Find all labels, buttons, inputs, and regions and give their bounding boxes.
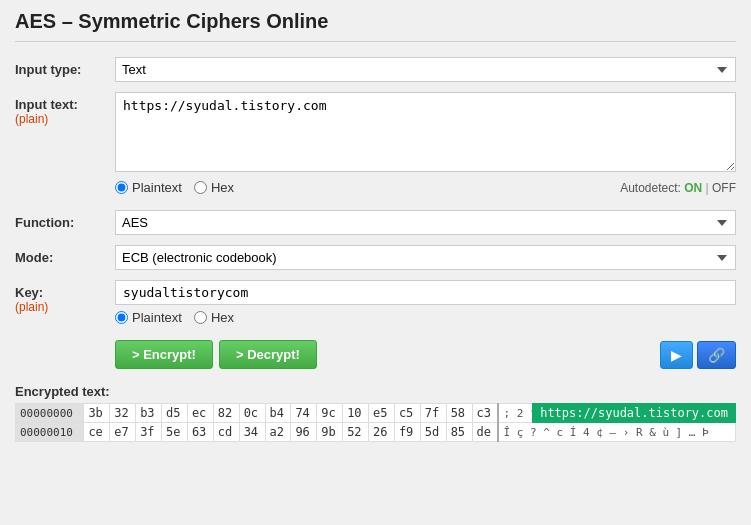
hex-byte: e7 bbox=[110, 423, 136, 442]
hex-byte: 9b bbox=[317, 423, 343, 442]
hex-byte: 3f bbox=[136, 423, 162, 442]
autodetect-on[interactable]: ON bbox=[684, 181, 702, 195]
key-input[interactable]: syudaltistorycom bbox=[115, 280, 736, 305]
key-plaintext-radio[interactable] bbox=[115, 311, 128, 324]
hex-byte: 63 bbox=[187, 423, 213, 442]
hex-byte: d5 bbox=[162, 404, 188, 423]
hex-byte: f9 bbox=[394, 423, 420, 442]
autodetect-info: Autodetect: ON | OFF bbox=[620, 181, 736, 195]
key-hex-radio[interactable] bbox=[194, 311, 207, 324]
hex-byte: 7f bbox=[420, 404, 446, 423]
hex-byte: 10 bbox=[343, 404, 369, 423]
decrypt-button[interactable]: > Decrypt! bbox=[219, 340, 317, 369]
encrypted-label: Encrypted text: bbox=[15, 384, 736, 399]
overlay-url: https://syudal.tistory.com bbox=[532, 403, 736, 423]
hex-byte: 0c bbox=[239, 404, 265, 423]
hex-radio-label[interactable]: Hex bbox=[194, 180, 234, 195]
autodetect-off[interactable]: OFF bbox=[712, 181, 736, 195]
hex-byte: 26 bbox=[369, 423, 395, 442]
hex-byte: cd bbox=[213, 423, 239, 442]
hex-byte: 85 bbox=[446, 423, 472, 442]
hex-byte: de bbox=[472, 423, 498, 442]
hex-byte: 96 bbox=[291, 423, 317, 442]
function-select[interactable]: AESDES3DESBlowfish bbox=[115, 210, 736, 235]
key-sublabel: (plain) bbox=[15, 300, 115, 314]
hex-radio[interactable] bbox=[194, 181, 207, 194]
input-text-label: Input text: (plain) bbox=[15, 92, 115, 126]
hex-address: 00000010 bbox=[16, 423, 84, 442]
play-button[interactable]: ▶ bbox=[660, 341, 693, 369]
hex-byte: 82 bbox=[213, 404, 239, 423]
plaintext-radio-label[interactable]: Plaintext bbox=[115, 180, 182, 195]
hex-byte: 5d bbox=[420, 423, 446, 442]
mode-label: Mode: bbox=[15, 245, 115, 265]
hex-byte: ce bbox=[84, 423, 110, 442]
hex-byte: b4 bbox=[265, 404, 291, 423]
input-text-sublabel: (plain) bbox=[15, 112, 115, 126]
hex-byte: 3b bbox=[84, 404, 110, 423]
key-label: Key: (plain) bbox=[15, 280, 115, 314]
hex-byte: 32 bbox=[110, 404, 136, 423]
key-plaintext-radio-label[interactable]: Plaintext bbox=[115, 310, 182, 325]
page-title: AES – Symmetric Ciphers Online bbox=[15, 10, 736, 42]
input-type-select[interactable]: TextHexBase64 bbox=[115, 57, 736, 82]
input-type-label: Input type: bbox=[15, 57, 115, 77]
hex-byte: b3 bbox=[136, 404, 162, 423]
hex-byte: e5 bbox=[369, 404, 395, 423]
hex-byte: 58 bbox=[446, 404, 472, 423]
input-text-area[interactable]: https://syudal.tistory.com bbox=[115, 92, 736, 172]
hex-address: 00000000 bbox=[16, 404, 84, 423]
hex-byte: c5 bbox=[394, 404, 420, 423]
hex-byte: ec bbox=[187, 404, 213, 423]
hex-byte: c3 bbox=[472, 404, 498, 423]
hex-chars: Î ç ? ^ c Í 4 ¢ – › R & ù ] … Þ bbox=[498, 423, 735, 442]
mode-select[interactable]: ECB (electronic codebook)CBC (cipher blo… bbox=[115, 245, 736, 270]
hex-byte: 74 bbox=[291, 404, 317, 423]
key-hex-radio-label[interactable]: Hex bbox=[194, 310, 234, 325]
hex-byte: 9c bbox=[317, 404, 343, 423]
hex-byte: a2 bbox=[265, 423, 291, 442]
chain-button[interactable]: 🔗 bbox=[697, 341, 736, 369]
hex-byte: 52 bbox=[343, 423, 369, 442]
plaintext-radio[interactable] bbox=[115, 181, 128, 194]
hex-byte: 5e bbox=[162, 423, 188, 442]
encrypt-button[interactable]: > Encrypt! bbox=[115, 340, 213, 369]
hex-byte: 34 bbox=[239, 423, 265, 442]
function-label: Function: bbox=[15, 210, 115, 230]
